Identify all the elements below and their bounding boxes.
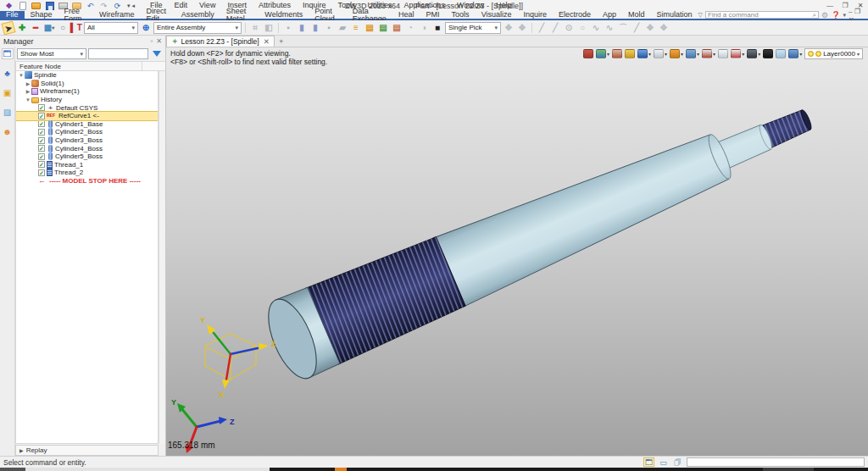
tree-item-thread-1[interactable]: ✓Thread_1 [16,161,158,169]
filter-vertex-icon[interactable]: ▪ [282,22,294,34]
filter-curve-icon[interactable]: ▮ [309,22,321,34]
tree-item-refcurve1[interactable]: ✓REFRefCurve1 <- [16,112,158,120]
ribbon-tab-inquire[interactable]: Inquire [517,11,553,19]
tree-item-cylinder1-base[interactable]: ✓Cylinder1_Base [16,120,158,129]
folder-green-icon[interactable]: ▤ [377,22,389,34]
section-view-caret-icon[interactable]: ▾ [742,51,744,57]
customize-caret-icon[interactable]: ▾ ◂ [125,1,136,10]
visibility-caret-icon[interactable]: ▾ [799,51,802,57]
ref-plane-icon[interactable] [776,49,786,58]
render-manager-icon[interactable]: ▨ [2,107,14,118]
tree-item-default-csys[interactable]: ✓+Default CSYS [16,103,158,112]
wireframe-display-icon[interactable] [654,49,664,58]
ribbon-tab-assembly[interactable]: Assembly [175,11,220,19]
manager-close-icon[interactable]: ✕ [156,37,162,45]
graphics-viewport[interactable]: Y Z X Y Z Hold down <F2> for dynamic vie… [166,47,868,456]
visibility-checkbox[interactable]: ✓ [38,137,45,144]
list-selection-icon[interactable]: ≡ [350,22,362,34]
replay-section[interactable]: ▶ Replay [15,445,159,456]
add-selection-icon[interactable]: ✚ [16,22,28,34]
tree-item-cylinder4-boss[interactable]: ✓Cylinder4_Boss [16,144,158,152]
multi-screen-icon[interactable] [747,49,757,58]
tree-expander-icon[interactable]: ▼ [25,97,31,103]
visibility-checkbox[interactable]: ✓ [38,120,45,127]
help-caret-icon[interactable]: ▾ [843,12,846,19]
view-orient-icon[interactable] [596,49,606,58]
visibility-checkbox[interactable]: ✓ [38,113,45,119]
dock-window-icon[interactable]: 🗔 [643,457,654,467]
spindle-3d-model[interactable]: Y Z X Y Z [166,47,868,456]
manager-pin-icon[interactable]: ▫ [150,37,153,45]
ribbon-tab-data-exchange[interactable]: Data Exchange [347,11,392,19]
tab-close-icon[interactable]: ✕ [264,37,270,46]
tree-item-cylinder3-boss[interactable]: ✓Cylinder3_Boss [16,136,158,145]
new-file-icon[interactable] [17,1,28,10]
save-icon[interactable] [44,1,55,10]
tree-item-wireframe-1[interactable]: ▶Wireframe(1) [16,87,158,96]
lasso-icon[interactable]: ○ [57,22,69,34]
ribbon-tab-shape[interactable]: Shape [25,11,58,19]
minimize-button[interactable]: — [822,0,837,11]
ribbon-tab-weldments[interactable]: Weldments [259,11,309,19]
tree-item-model-stop-here[interactable]: ←----- MODEL STOP HERE ----- [16,177,158,186]
view-orient-caret-icon[interactable]: ▾ [607,51,609,57]
quick-edit-icon[interactable] [612,49,622,58]
pick-arrow-icon[interactable]: ➤ [1,20,15,35]
csys-display-icon[interactable] [702,49,712,58]
settings-icon[interactable]: ⚙ [821,11,828,19]
ribbon-tab-tools[interactable]: Tools [446,11,476,19]
ribbon-tab-electrode[interactable]: Electrode [553,11,597,19]
screen-display-icon[interactable]: ▭ [658,457,669,467]
manager-search-input[interactable] [88,48,148,59]
multi-screen-caret-icon[interactable]: ▾ [758,51,760,57]
tree-item-cylinder5-boss[interactable]: ✓Cylinder5_Boss [16,152,158,161]
ribbon-tab-simulation[interactable]: Simulation [651,11,698,19]
appearance-icon[interactable] [670,49,680,58]
visual-manager-icon[interactable]: ▣ [2,87,14,98]
assembly-tree-icon[interactable]: ♣ [2,68,14,79]
blank-swatch-icon[interactable]: ■ [431,22,443,34]
ribbon-tab-file[interactable]: File [0,11,25,19]
visibility-checkbox[interactable]: ✓ [38,104,45,111]
tree-item-cylinder2-boss[interactable]: ✓Cylinder2_Boss [16,128,158,136]
background-icon[interactable] [686,49,696,58]
manager-tab-icon[interactable]: 🗔 [2,48,14,59]
line-width-icon[interactable] [763,49,773,58]
filter-feature-icon[interactable]: ▰ [337,22,348,34]
csys-display-caret-icon[interactable]: ▾ [713,51,715,57]
document-tab-spindle[interactable]: ＋ Lesson 22.Z3 - [Spindle] ✕ [166,36,275,47]
regen-icon[interactable]: ⟳ [112,1,123,10]
visibility-checkbox[interactable]: ✓ [38,161,45,168]
ribbon-tab-free-form[interactable]: Free Form [58,11,94,19]
user-manager-icon[interactable]: ☻ [2,126,14,137]
tree-item-history[interactable]: ▼History [16,96,158,104]
wireframe-display-caret-icon[interactable]: ▾ [665,51,667,57]
show-mode-select[interactable]: Show Most▾ [17,48,86,59]
tree-item-spindle[interactable]: ▼Spindle [16,71,158,80]
filter-point-icon[interactable]: ▪ [323,22,335,34]
shaded-display-caret-icon[interactable]: ▾ [648,51,651,57]
tree-expander-icon[interactable]: ▶ [25,80,31,86]
ribbon-tab-sheet-metal[interactable]: Sheet Metal [220,11,259,19]
visibility-checkbox[interactable]: ✓ [38,169,45,176]
find-command-input[interactable]: Find a command⌕ [705,11,819,19]
filter-edge-icon[interactable]: ▮ [296,22,308,34]
file-state-icon[interactable]: 🗍 [672,457,683,467]
status-input[interactable] [687,457,865,467]
ribbon-tab-app[interactable]: App [597,11,622,19]
scope-globe-icon[interactable]: ⊕ [140,22,152,34]
layer-selector[interactable]: Layer0000 ▾ [804,48,863,59]
folder-red-icon[interactable]: ▤ [391,22,403,34]
help-icon[interactable]: ❓ [831,11,840,19]
entity-filter-select[interactable]: All▾ [84,22,138,34]
ribbon-tab-wireframe[interactable]: Wireframe [93,11,141,19]
ribbon-tab-point-cloud[interactable]: Point Cloud [309,11,347,19]
visibility-checkbox[interactable]: ✓ [38,129,45,136]
open-file-icon[interactable] [31,1,42,10]
tree-item-solid-1[interactable]: ▶Solid(1) [16,80,158,88]
visibility-checkbox[interactable]: ✓ [38,145,45,152]
section-view-icon[interactable] [731,49,741,58]
ribbon-collapse-icon[interactable]: ▽ [698,12,703,19]
solid-box-icon[interactable] [625,49,635,58]
manager-scrollbar[interactable] [159,71,165,444]
